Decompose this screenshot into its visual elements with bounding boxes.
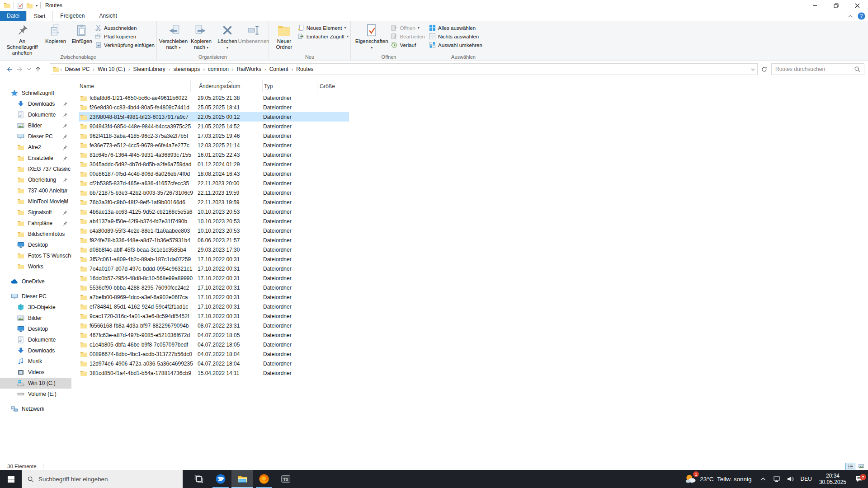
network-tray-icon[interactable]	[770, 470, 783, 488]
taskbar-task-view-button[interactable]	[188, 470, 210, 488]
an-schnellzugriff-anheften-button[interactable]: An Schnellzugriff anheften	[2, 22, 42, 56]
nichts-auswaehlen-button[interactable]: Nichts auswählen	[429, 33, 482, 40]
up-button[interactable]	[33, 64, 43, 75]
file-row[interactable]: 3f52c061-a809-4b2c-89ab-187c1da0725917.1…	[78, 254, 349, 264]
breadcrumb-item-content[interactable]: Content	[267, 66, 291, 72]
sidebar-item-volume-e[interactable]: Volume (E:)	[0, 389, 71, 399]
file-row[interactable]: a7befb00-8969-4dcc-a3ef-6a902e06f7ca17.1…	[78, 292, 349, 302]
search-box[interactable]	[771, 63, 864, 75]
file-row[interactable]: 81c64576-1364-4f45-9d31-4a36893c715516.0…	[78, 150, 349, 160]
file-row[interactable]: 3045addc-5d92-4b7d-8d5b-a2fe6a759dad01.1…	[78, 160, 349, 169]
oeffnen-button[interactable]: Öffnen▾	[391, 24, 425, 31]
column-header-typ[interactable]: Typ	[262, 80, 317, 92]
taskbar-firefox-button[interactable]	[253, 470, 275, 488]
back-button[interactable]	[4, 64, 14, 75]
file-row[interactable]: f6566168-fb8a-4d3a-bf97-88229679094b08.0…	[78, 321, 349, 330]
file-row[interactable]: f924fe78-b336-448e-a8d7-1b36e57931b406.0…	[78, 235, 349, 245]
breadcrumb-item-dieser-pc[interactable]: Dieser PC	[62, 66, 93, 72]
sidebar-item-videos[interactable]: Videos	[0, 367, 71, 378]
taskbar-thunderbird-button[interactable]	[210, 470, 231, 488]
tab-ansicht[interactable]: Ansicht	[92, 11, 124, 21]
sidebar-section-schnellzugriff[interactable]: Schnellzugriff	[0, 88, 71, 99]
sidebar-item-minitool-moviem[interactable]: MiniTool MovieM	[0, 196, 71, 207]
kopieren-button[interactable]: Kopieren	[42, 22, 69, 44]
tab-freigeben[interactable]: Freigeben	[53, 11, 92, 21]
breadcrumb-item-win-10-c[interactable]: Win 10 (C:)	[95, 66, 128, 72]
sidebar-item-bilder[interactable]: Bilder	[0, 313, 71, 324]
file-row[interactable]: 16dc0b57-2954-48d8-8c10-568e99a8999017.1…	[78, 273, 349, 283]
sidebar-item-fahrplaene[interactable]: Fahrpläne	[0, 218, 71, 229]
sidebar-item-dieser-pc[interactable]: Dieser PC	[0, 131, 71, 142]
recent-locations-chevron-icon[interactable]	[25, 64, 33, 75]
file-row[interactable]: 9cac1720-316c-4a01-a3e6-8c594df5452f17.1…	[78, 311, 349, 321]
breadcrumb-item-routes[interactable]: Routes	[293, 66, 316, 72]
bearbeiten-button[interactable]: Bearbeiten	[391, 33, 425, 40]
help-icon[interactable]: ?	[858, 12, 865, 20]
sidebar-item-musik[interactable]: Musik	[0, 356, 71, 367]
taskbar-search-input[interactable]	[38, 475, 183, 483]
sidebar-section-netzwerk[interactable]: Netzwerk	[0, 404, 71, 414]
breadcrumb-item-steamapps[interactable]: steamapps	[170, 66, 203, 72]
sidebar-item-fotos-ts-wunschlist[interactable]: Fotos TS Wunschlist	[0, 250, 71, 261]
sidebar-section-dieser-pc[interactable]: Dieser PC	[0, 291, 71, 302]
file-row[interactable]: 12d974e6-4906-472a-a036-5a36c469923504.0…	[78, 359, 349, 368]
tab-start[interactable]: Start	[26, 11, 53, 21]
thumbnails-view-button[interactable]	[856, 463, 866, 470]
file-row[interactable]: fe36e773-e512-4cc5-9678-e6fe4a7e277c12.0…	[78, 141, 349, 150]
column-header-name[interactable]: Name	[78, 80, 191, 92]
sidebar-item-signalsoft[interactable]: Signalsoft	[0, 207, 71, 218]
kopieren-nach-button[interactable]: Kopieren nach ▾	[188, 22, 214, 51]
file-row[interactable]: 5536cf90-bbba-4288-8295-76090fcc24c217.1…	[78, 283, 349, 292]
auswahl-umkehren-button[interactable]: Auswahl umkehren	[429, 42, 482, 48]
breadcrumb-item-common[interactable]: common	[205, 66, 231, 72]
taskbar-weather[interactable]: 1 23°C Teilw. sonnig	[680, 473, 756, 485]
folder-icon[interactable]	[26, 2, 33, 9]
tray-expand-chevron-icon[interactable]	[756, 470, 770, 488]
sidebar-item-ersatzteile[interactable]: Ersatzteile	[0, 153, 71, 164]
column-header-groesse[interactable]: Größe	[318, 80, 347, 92]
file-row[interactable]: 4b6ae13a-ec63-4125-9d52-cb2168c5e5a610.1…	[78, 207, 349, 216]
file-row[interactable]: ab4137a9-f50e-42f9-b374-fd7e31f7490b10.1…	[78, 216, 349, 226]
sidebar-item-downloads[interactable]: Downloads	[0, 99, 71, 109]
file-row[interactable]: c4a80d89-55f3-4e2e-88e1-f1a0aabee80310.1…	[78, 226, 349, 235]
tab-datei[interactable]: Datei	[0, 11, 26, 21]
einfuegen-button[interactable]: Einfügen	[69, 22, 95, 44]
file-row[interactable]: 7e4a0107-d07d-497c-bddd-0954c96321c117.1…	[78, 264, 349, 273]
loeschen-button[interactable]: Löschen ▾	[214, 22, 241, 51]
sidebar-item-bilder[interactable]: Bilder	[0, 120, 71, 131]
language-indicator[interactable]: DEU	[797, 476, 816, 482]
file-row[interactable]: 904943f4-6854-448e-9844-b4cca3975c2521.0…	[78, 122, 349, 131]
verschieben-nach-button[interactable]: Verschieben nach ▾	[159, 22, 188, 51]
sidebar-item-oberleitung[interactable]: Oberleitung	[0, 174, 71, 185]
file-row[interactable]: 23f98048-815f-4981-bf23-60137917a9c722.0…	[78, 112, 349, 122]
search-input[interactable]	[772, 66, 854, 72]
ausschneiden-button[interactable]: Ausschneiden	[95, 24, 155, 31]
einfacher-zugriff-button[interactable]: Einfacher Zugriff▾	[297, 33, 349, 40]
file-row[interactable]: d08b8f4c-abff-45f3-beaa-3c1e1c3585b429.0…	[78, 245, 349, 254]
sidebar-section-onedrive[interactable]: OneDrive	[0, 276, 71, 287]
collapse-ribbon-icon[interactable]	[848, 14, 853, 18]
taskbar-train-simulator-button[interactable]: TS	[275, 470, 297, 488]
file-row[interactable]: 00e86187-0f5d-4c4b-806d-6a026eb74f0d18.0…	[78, 169, 349, 178]
breadcrumb[interactable]: ›Dieser PC›Win 10 (C:)›SteamLibrary›stea…	[50, 63, 758, 75]
sidebar-item-afre2[interactable]: Afre2	[0, 142, 71, 153]
properties-check-icon[interactable]	[17, 2, 24, 9]
sidebar-item-desktop[interactable]: Desktop	[0, 324, 71, 334]
restore-button[interactable]	[826, 0, 847, 11]
eigenschaften-button[interactable]: Eigenschaften ▾	[353, 22, 391, 51]
breadcrumb-item-steamlibrary[interactable]: SteamLibrary	[130, 66, 168, 72]
sidebar-item-3d-objekte[interactable]: 3D-Objekte	[0, 302, 71, 313]
neuer-ordner-button[interactable]: Neuer Ordner	[271, 22, 297, 50]
sidebar-item-ixeg-737-classic[interactable]: IXEG 737 Classic	[0, 164, 71, 174]
sidebar-item-dokumente[interactable]: Dokumente	[0, 334, 71, 345]
sidebar-item-win-10-c[interactable]: Win 10 (C:)	[0, 378, 71, 389]
file-row[interactable]: c1e4b805-dbfa-46be-b9f8-7c057097bedf04.0…	[78, 340, 349, 349]
forward-button[interactable]	[14, 64, 25, 75]
file-row[interactable]: 76b3a3f0-c9b0-48f2-9eff-1af9b00166d622.1…	[78, 197, 349, 207]
sidebar-item-dokumente[interactable]: Dokumente	[0, 109, 71, 120]
close-button[interactable]	[847, 0, 868, 11]
search-icon[interactable]	[854, 66, 860, 72]
file-row[interactable]: fc8af8d6-1f21-4650-bc6c-ae49611b602229.0…	[78, 93, 349, 103]
start-button[interactable]	[0, 470, 22, 488]
umbenennen-button[interactable]: Umbenennen	[241, 22, 267, 44]
